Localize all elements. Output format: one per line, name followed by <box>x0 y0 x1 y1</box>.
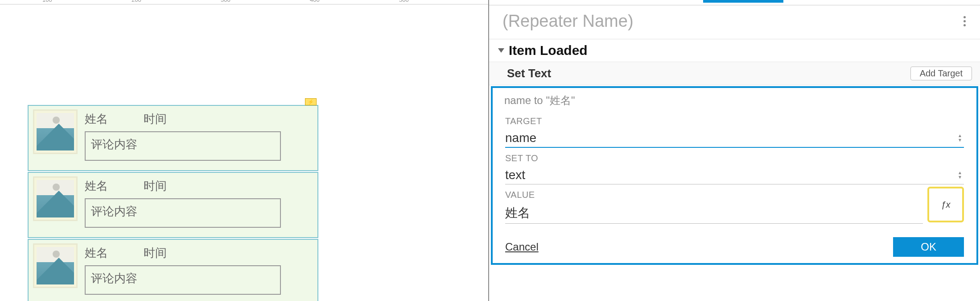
add-target-button[interactable]: Add Target <box>910 67 972 80</box>
active-tab-indicator <box>703 0 783 3</box>
value-input[interactable]: 姓名 <box>505 203 923 224</box>
panel-header: (Repeater Name) <box>489 5 980 39</box>
select-stepper-icon[interactable]: ▲▼ <box>958 134 962 142</box>
fx-icon: ƒx <box>941 200 950 210</box>
action-bar: Set Text Add Target <box>489 62 980 85</box>
target-label: TARGET <box>505 116 964 126</box>
ok-button[interactable]: OK <box>893 237 964 257</box>
repeater-row[interactable]: 姓名 时间 评论内容 <box>28 105 318 171</box>
target-select[interactable]: name ▲▼ <box>505 129 964 148</box>
value-text: 姓名 <box>505 206 530 220</box>
fx-button[interactable]: ƒx <box>927 187 964 222</box>
repeater-row[interactable]: 姓名 时间 评论内容 <box>28 172 318 238</box>
more-options-icon[interactable] <box>960 13 969 30</box>
interactions-panel: (Repeater Name) Item Loaded Set Text Add… <box>489 0 980 301</box>
collapse-icon[interactable] <box>498 48 504 53</box>
name-label[interactable]: 姓名 <box>85 245 108 261</box>
setto-value: text <box>505 168 958 182</box>
image-placeholder[interactable] <box>33 243 78 288</box>
action-name[interactable]: Set Text <box>507 67 551 80</box>
comment-box[interactable]: 评论内容 <box>85 265 281 295</box>
select-stepper-icon[interactable]: ▲▼ <box>958 171 962 179</box>
value-label: VALUE <box>505 190 964 200</box>
target-field-group: TARGET name ▲▼ <box>493 113 976 150</box>
comment-box[interactable]: 评论内容 <box>85 198 281 228</box>
ruler-mark: 500 <box>399 0 409 3</box>
ruler-mark: 100 <box>42 0 52 3</box>
ruler-mark: 400 <box>310 0 320 3</box>
event-header[interactable]: Item Loaded <box>489 39 980 62</box>
cancel-link[interactable]: Cancel <box>505 241 539 253</box>
time-label[interactable]: 时间 <box>144 111 167 127</box>
name-label[interactable]: 姓名 <box>85 178 108 194</box>
comment-box[interactable]: 评论内容 <box>85 131 281 161</box>
image-placeholder[interactable] <box>33 109 78 154</box>
action-config-panel: name to "姓名" TARGET name ▲▼ SET TO text … <box>491 86 978 265</box>
action-summary[interactable]: name to "姓名" <box>493 88 976 113</box>
interaction-badge-icon[interactable]: ⚡ <box>305 98 317 105</box>
button-row: Cancel OK <box>493 226 976 263</box>
event-name: Item Loaded <box>509 43 588 58</box>
setto-select[interactable]: text ▲▼ <box>505 166 964 184</box>
time-label[interactable]: 时间 <box>144 245 167 261</box>
repeater-row[interactable]: 姓名 时间 评论内容 <box>28 239 318 301</box>
design-canvas[interactable]: ⚡ 姓名 时间 评论内容 姓名 时间 <box>0 4 488 301</box>
target-value: name <box>505 131 958 145</box>
name-label[interactable]: 姓名 <box>85 111 108 127</box>
ruler-mark: 300 <box>221 0 231 3</box>
setto-field-group: SET TO text ▲▼ <box>493 150 976 187</box>
image-placeholder[interactable] <box>33 176 78 221</box>
time-label[interactable]: 时间 <box>144 178 167 194</box>
panel-topbar <box>489 0 980 5</box>
setto-label: SET TO <box>505 153 964 163</box>
canvas-ruler: 100 200 300 400 500 <box>0 0 490 4</box>
widget-name-field[interactable]: (Repeater Name) <box>502 12 634 31</box>
value-field-group: VALUE 姓名 ƒx <box>493 187 976 226</box>
repeater-widget[interactable]: ⚡ 姓名 时间 评论内容 姓名 时间 <box>28 105 318 301</box>
ruler-mark: 200 <box>132 0 141 3</box>
